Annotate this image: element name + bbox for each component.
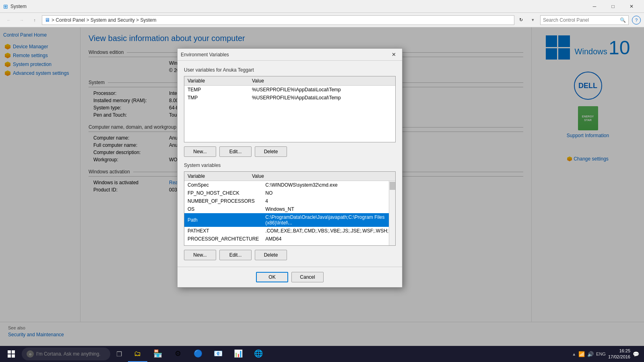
cortana-text: I'm Cortana. Ask me anything. — [36, 351, 101, 357]
start-quad-1 — [8, 350, 11, 354]
sys-var-row[interactable]: PROCESSOR_ARCHITECTUREAMD64 — [184, 235, 395, 243]
volume-icon[interactable]: 🔊 — [587, 351, 594, 357]
sys-var-name: PATHEXT — [184, 227, 262, 235]
resize-handle[interactable] — [397, 282, 402, 287]
user-vars-data-table: TEMP%USERPROFILE%\AppData\Local\TempTMP%… — [184, 86, 395, 102]
sys-var-name: FP_NO_HOST_CHECK — [184, 189, 262, 197]
user-vars-container: Variable Value TEMP%USERPROFILE%\AppData… — [184, 76, 396, 142]
close-button[interactable]: ✕ — [622, 0, 641, 13]
sys-vars-table: Variable Value — [184, 172, 395, 181]
taskbar-system-icons: ▲ 📶 🔊 ENG 16:25 17/02/2016 💬 — [569, 348, 642, 360]
taskbar-app-store[interactable]: 🏪 — [148, 346, 167, 362]
user-vars-scroll[interactable]: TEMP%USERPROFILE%\AppData\Local\TempTMP%… — [184, 86, 395, 142]
user-var-value: %USERPROFILE%\AppData\Local\Temp — [249, 86, 395, 94]
cancel-button[interactable]: Cancel — [291, 272, 324, 282]
taskbar-app-browser[interactable]: 🌐 — [249, 346, 268, 362]
sys-delete-button[interactable]: Delete — [255, 250, 287, 260]
refresh-button[interactable]: ↻ — [516, 15, 526, 25]
user-var-row[interactable]: TEMP%USERPROFILE%\AppData\Local\Temp — [184, 86, 395, 94]
user-var-row[interactable]: TMP%USERPROFILE%\AppData\Local\Temp — [184, 94, 395, 102]
taskbar: ○ I'm Cortana. Ask me anything. ❐ 🗂 🏪 ⚙ … — [0, 346, 644, 362]
sys-var-value: C:\ProgramData\Oracle\Java\javapath;C:\P… — [262, 213, 395, 227]
task-view-button[interactable]: ❐ — [111, 346, 127, 362]
search-bar[interactable]: 🔍 — [540, 15, 629, 25]
dialog-close-button[interactable]: ✕ — [388, 50, 399, 60]
sys-var-name: OS — [184, 205, 262, 213]
sys-var-name: Path — [184, 213, 262, 227]
sys-var-value: AMD64 — [262, 235, 395, 243]
environment-variables-dialog: Environment Variables ✕ User variables f… — [177, 48, 402, 288]
user-edit-button[interactable]: Edit... — [219, 146, 252, 157]
start-button[interactable] — [2, 346, 21, 362]
window-controls: ─ □ ✕ — [585, 0, 641, 13]
taskbar-app-maps[interactable]: 🔵 — [188, 346, 208, 362]
cortana-search[interactable]: ○ I'm Cortana. Ask me anything. — [22, 348, 110, 360]
sys-var-value: NO — [262, 189, 395, 197]
start-quad-3 — [8, 354, 11, 358]
taskview-icon: ❐ — [116, 350, 122, 358]
search-icon: 🔍 — [620, 17, 626, 23]
date-display: 17/02/2016 — [608, 354, 630, 360]
network-icon[interactable]: 📶 — [578, 351, 585, 357]
notification-icon[interactable]: 💬 — [633, 351, 639, 357]
sys-col-value: Value — [249, 172, 395, 181]
taskbar-app-chrome[interactable]: ⚙ — [168, 346, 188, 362]
sys-var-name: NUMBER_OF_PROCESSORS — [184, 197, 262, 205]
sys-vars-scroll[interactable]: ComSpecC:\WINDOWS\system32\cmd.exeFP_NO_… — [184, 181, 395, 245]
sys-vars-data-table: ComSpecC:\WINDOWS\system32\cmd.exeFP_NO_… — [184, 181, 395, 243]
taskbar-app-powerpoint[interactable]: 📊 — [229, 346, 248, 362]
search-input[interactable] — [543, 17, 618, 23]
sys-new-button[interactable]: New... — [184, 250, 216, 260]
start-quad-4 — [12, 354, 15, 358]
window-title: System — [10, 4, 585, 9]
sys-vars-container: Variable Value ComSpecC:\WINDOWS\system3… — [184, 171, 396, 246]
time-display: 16:25 — [608, 348, 630, 354]
up-button[interactable]: ↑ — [29, 14, 40, 26]
forward-button[interactable]: → — [16, 14, 27, 26]
clock[interactable]: 16:25 17/02/2016 — [608, 348, 630, 360]
taskbar-app-mail[interactable]: 📧 — [208, 346, 228, 362]
maximize-button[interactable]: □ — [604, 0, 622, 13]
user-col-value: Value — [249, 76, 395, 86]
sys-var-value: 4 — [262, 197, 395, 205]
user-delete-button[interactable]: Delete — [255, 146, 287, 157]
sys-var-row[interactable]: PathC:\ProgramData\Oracle\Java\javapath;… — [184, 213, 395, 227]
sys-var-row[interactable]: NUMBER_OF_PROCESSORS4 — [184, 197, 395, 205]
sys-edit-button[interactable]: Edit... — [219, 250, 252, 260]
dialog-title-bar: Environment Variables ✕ — [178, 49, 402, 61]
taskbar-app-file-explorer[interactable]: 🗂 — [128, 346, 147, 362]
cortana-circle-icon: ○ — [27, 350, 34, 358]
window-icon: ⊞ — [3, 3, 8, 10]
user-vars-buttons: New... Edit... Delete — [184, 146, 396, 157]
start-icon — [8, 350, 15, 358]
sys-vars-buttons: New... Edit... Delete — [184, 250, 396, 260]
user-var-name: TEMP — [184, 86, 249, 94]
ok-button[interactable]: OK — [256, 272, 288, 282]
sys-var-row[interactable]: PATHEXT.COM;.EXE;.BAT;.CMD;.VBS;.VBE;.JS… — [184, 227, 395, 235]
address-bar[interactable]: 🖥 > Control Panel > System and Security … — [42, 15, 514, 25]
minimize-button[interactable]: ─ — [585, 0, 604, 13]
dialog-body: User variables for Anuka Teggart Variabl… — [178, 61, 402, 267]
dropdown-button[interactable]: ▾ — [527, 14, 539, 26]
sys-var-name: ComSpec — [184, 181, 262, 189]
expand-icon[interactable]: ▲ — [572, 352, 576, 356]
dialog-title: Environment Variables — [181, 52, 388, 58]
help-button[interactable]: ? — [632, 16, 641, 25]
title-bar: ⊞ System ─ □ ✕ — [0, 0, 644, 13]
scrollbar-thumb[interactable] — [390, 182, 395, 190]
sys-var-row[interactable]: ComSpecC:\WINDOWS\system32\cmd.exe — [184, 181, 395, 189]
sys-var-row[interactable]: FP_NO_HOST_CHECKNO — [184, 189, 395, 197]
scrollbar[interactable] — [389, 181, 395, 245]
language-label[interactable]: ENG — [596, 352, 606, 356]
back-button[interactable]: ← — [3, 14, 14, 26]
sys-var-value: Windows_NT — [262, 205, 395, 213]
user-vars-title: User variables for Anuka Teggart — [184, 67, 396, 73]
sys-var-row[interactable]: OSWindows_NT — [184, 205, 395, 213]
address-text: > Control Panel > System and Security > … — [52, 17, 156, 23]
dialog-footer: OK Cancel — [178, 267, 402, 287]
user-new-button[interactable]: New... — [184, 146, 216, 157]
sys-var-value: .COM;.EXE;.BAT;.CMD;.VBS;.VBE;.JS;.JSE;.… — [262, 227, 395, 235]
sys-col-variable: Variable — [184, 172, 249, 181]
user-vars-table: Variable Value — [184, 76, 395, 86]
user-col-variable: Variable — [184, 76, 249, 86]
